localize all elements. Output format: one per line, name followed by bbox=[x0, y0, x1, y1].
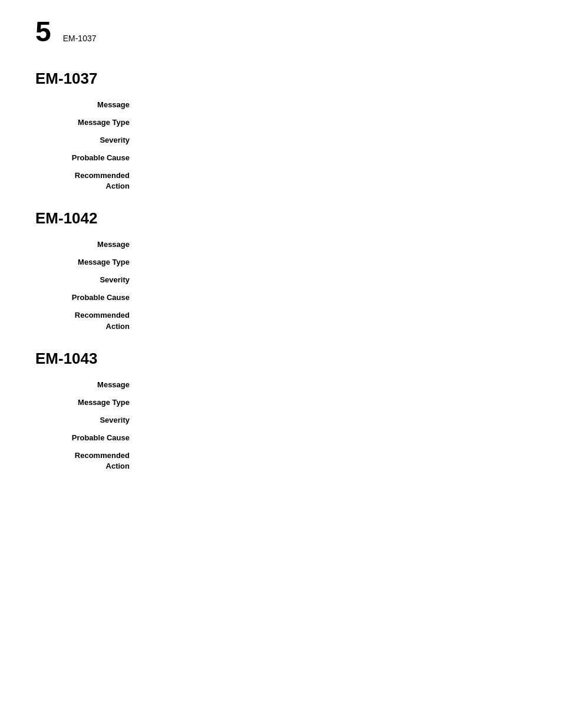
field-row-em-1043-message-type: Message Type bbox=[35, 397, 527, 409]
field-value-em-1037-probable-cause bbox=[141, 153, 527, 164]
field-value-em-1037-severity bbox=[141, 135, 527, 147]
field-value-em-1042-probable-cause bbox=[141, 292, 527, 304]
field-label-em-1043-message-type: Message Type bbox=[35, 397, 141, 409]
field-label-em-1043-recommended-action: RecommendedAction bbox=[35, 450, 141, 472]
field-row-em-1042-recommended-action: RecommendedAction bbox=[35, 310, 527, 331]
field-value-em-1043-severity bbox=[141, 415, 527, 427]
section-em-1037: EM-1037MessageMessage TypeSeverityProbab… bbox=[35, 70, 527, 192]
field-label-em-1043-severity: Severity bbox=[35, 415, 141, 427]
field-value-em-1037-message-type bbox=[141, 117, 527, 129]
field-label-em-1037-severity: Severity bbox=[35, 135, 141, 147]
sections-container: EM-1037MessageMessage TypeSeverityProbab… bbox=[35, 70, 527, 472]
field-value-em-1042-recommended-action bbox=[141, 310, 527, 331]
field-row-em-1042-probable-cause: Probable Cause bbox=[35, 292, 527, 304]
field-row-em-1043-recommended-action: RecommendedAction bbox=[35, 450, 527, 472]
field-row-em-1037-message: Message bbox=[35, 100, 527, 111]
field-row-em-1042-severity: Severity bbox=[35, 275, 527, 286]
field-label-em-1043-probable-cause: Probable Cause bbox=[35, 433, 141, 444]
field-value-em-1037-recommended-action bbox=[141, 170, 527, 192]
field-label-em-1037-message-type: Message Type bbox=[35, 117, 141, 129]
field-label-em-1043-message: Message bbox=[35, 380, 141, 391]
field-label-em-1037-recommended-action: RecommendedAction bbox=[35, 170, 141, 192]
section-title-em-1042: EM-1042 bbox=[35, 209, 527, 228]
field-label-em-1037-message: Message bbox=[35, 100, 141, 111]
field-row-em-1043-probable-cause: Probable Cause bbox=[35, 433, 527, 444]
field-row-em-1037-message-type: Message Type bbox=[35, 117, 527, 129]
section-title-em-1037: EM-1037 bbox=[35, 70, 527, 88]
field-row-em-1043-message: Message bbox=[35, 380, 527, 391]
field-value-em-1042-severity bbox=[141, 275, 527, 286]
page-header: 5 EM-1037 bbox=[35, 18, 527, 46]
field-row-em-1037-probable-cause: Probable Cause bbox=[35, 153, 527, 164]
field-row-em-1037-severity: Severity bbox=[35, 135, 527, 147]
field-label-em-1042-recommended-action: RecommendedAction bbox=[35, 310, 141, 331]
section-title-em-1043: EM-1043 bbox=[35, 350, 527, 368]
field-row-em-1042-message: Message bbox=[35, 239, 527, 251]
field-value-em-1037-message bbox=[141, 100, 527, 111]
section-em-1043: EM-1043MessageMessage TypeSeverityProbab… bbox=[35, 350, 527, 472]
field-row-em-1042-message-type: Message Type bbox=[35, 257, 527, 269]
field-label-em-1042-message: Message bbox=[35, 239, 141, 251]
field-value-em-1043-recommended-action bbox=[141, 450, 527, 472]
section-em-1042: EM-1042MessageMessage TypeSeverityProbab… bbox=[35, 209, 527, 331]
field-label-em-1042-severity: Severity bbox=[35, 275, 141, 286]
field-value-em-1042-message-type bbox=[141, 257, 527, 269]
field-value-em-1043-probable-cause bbox=[141, 433, 527, 444]
field-row-em-1043-severity: Severity bbox=[35, 415, 527, 427]
field-label-em-1042-message-type: Message Type bbox=[35, 257, 141, 269]
field-label-em-1037-probable-cause: Probable Cause bbox=[35, 153, 141, 164]
field-value-em-1042-message bbox=[141, 239, 527, 251]
field-value-em-1043-message-type bbox=[141, 397, 527, 409]
page-subtitle: EM-1037 bbox=[63, 34, 97, 43]
field-value-em-1043-message bbox=[141, 380, 527, 391]
field-row-em-1037-recommended-action: RecommendedAction bbox=[35, 170, 527, 192]
field-label-em-1042-probable-cause: Probable Cause bbox=[35, 292, 141, 304]
page-number: 5 bbox=[35, 18, 51, 46]
